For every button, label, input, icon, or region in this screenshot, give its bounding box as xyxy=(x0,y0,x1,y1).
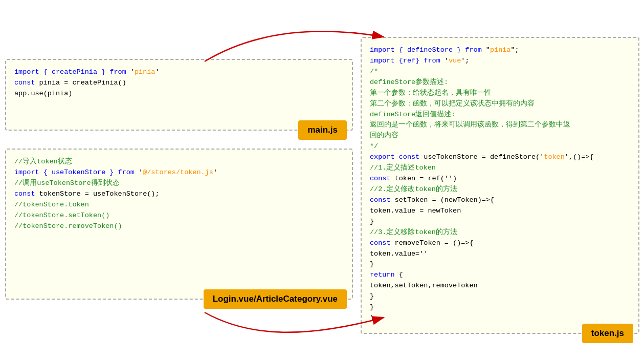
code-token: //调用useTokenStore得到状态 xyxy=(14,179,120,187)
code-line: 第二个参数：函数，可以把定义该状态中拥有的内容 xyxy=(370,99,630,110)
code-token: } xyxy=(370,260,374,268)
code-token: 回的内容 xyxy=(370,132,398,139)
code-token: const xyxy=(370,175,391,182)
code-token: const xyxy=(14,190,35,198)
mainjs-box: import { createPinia } from 'pinia'const… xyxy=(5,59,353,131)
code-line: //tokenStore.token xyxy=(14,200,344,210)
code-line: } xyxy=(370,259,630,270)
code-token: token = ref('') xyxy=(391,175,457,182)
code-line: import { useTokenStore } from '@/stores/… xyxy=(14,167,344,178)
code-line: defineStore返回值描述: xyxy=(370,110,630,120)
code-token: ) xyxy=(370,314,374,322)
code-token: //1.定义描述token xyxy=(370,164,436,172)
code-token: */ xyxy=(370,142,378,150)
code-token: //tokenStore.token xyxy=(14,201,89,208)
code-line: 第一个参数：给状态起名，具有唯一性 xyxy=(370,88,630,99)
code-line: return { xyxy=(370,270,630,281)
code-token: const xyxy=(14,79,35,87)
code-token: import { createPinia } xyxy=(14,68,109,76)
code-token: from xyxy=(109,68,126,76)
code-token: export xyxy=(370,153,395,161)
code-line: } xyxy=(370,291,630,302)
code-token: " xyxy=(482,46,490,54)
code-line: const removeToken = ()=>{ xyxy=(370,238,630,249)
mainjs-code: import { createPinia } from 'pinia'const… xyxy=(14,67,344,99)
tokenjs-box: import { defineStore } from "pinia";impo… xyxy=(361,37,639,334)
loginvue-code: //导入token状态import { useTokenStore } from… xyxy=(14,157,344,231)
code-token: ' xyxy=(440,57,449,65)
code-line: //1.定义描述token xyxy=(370,163,630,174)
loginvue-label: Login.vue/ArticleCategory.vue xyxy=(204,289,347,309)
code-token: token.value='' xyxy=(370,250,428,258)
code-line: defineStore参数描述: xyxy=(370,77,630,88)
code-line: token.value='' xyxy=(370,249,630,260)
code-token: token,setToken,removeToken xyxy=(370,282,478,289)
code-line: const token = ref('') xyxy=(370,174,630,184)
code-line: } xyxy=(370,217,630,227)
code-token: 返回的是一个函数，将来可以调用该函数，得到第二个参数中返 xyxy=(370,121,570,129)
code-token: ' xyxy=(135,169,143,176)
code-token: import { defineStore } xyxy=(370,46,465,54)
code-line: /* xyxy=(370,67,630,77)
code-line: //3.定义移除token的方法 xyxy=(370,227,630,238)
code-token: } xyxy=(370,292,374,300)
code-token: return xyxy=(370,271,395,279)
code-token: 第二个参数：函数，可以把定义该状态中拥有的内容 xyxy=(370,100,535,108)
code-line: } xyxy=(370,302,630,313)
code-line: const pinia = createPinia() xyxy=(14,78,344,89)
code-line: import {ref} from 'vue'; xyxy=(370,56,630,67)
code-token: } xyxy=(370,303,374,311)
code-line: 回的内容 xyxy=(370,131,630,141)
code-token: vue xyxy=(449,57,461,65)
code-line: //2.定义修改token的方法 xyxy=(370,184,630,195)
code-token: //2.定义修改token的方法 xyxy=(370,185,457,193)
code-token: '; xyxy=(461,57,469,65)
code-token: pinia xyxy=(490,46,511,54)
code-token: 第一个参数：给状态起名，具有唯一性 xyxy=(370,89,492,97)
code-token: //tokenStore.removeToken() xyxy=(14,222,122,230)
code-token: const xyxy=(370,196,391,204)
code-token: } xyxy=(370,218,374,225)
code-token: @/stores/token.js xyxy=(143,169,213,176)
code-token: //导入token状态 xyxy=(14,158,72,165)
mainjs-label: main.js xyxy=(298,120,347,140)
code-token: const xyxy=(370,239,391,247)
code-token: )=>{ xyxy=(577,153,593,161)
code-token: pinia = createPinia() xyxy=(35,79,126,87)
code-token: pinia xyxy=(135,68,156,76)
code-token: "; xyxy=(510,46,519,54)
code-token: ' xyxy=(155,68,159,76)
code-token: ',( xyxy=(565,153,577,161)
code-line: export const useTokenStore = defineStore… xyxy=(370,152,630,163)
code-token: tokenStore = useTokenStore(); xyxy=(35,190,160,198)
code-token: const xyxy=(399,153,420,161)
code-line: app.use(pinia) xyxy=(14,89,344,99)
code-token: defineStore返回值描述: xyxy=(370,111,455,118)
code-line: //导入token状态 xyxy=(14,157,344,167)
code-line: token,setToken,removeToken xyxy=(370,281,630,291)
code-token: import { useTokenStore } xyxy=(14,169,118,176)
code-line: //tokenStore.setToken() xyxy=(14,210,344,221)
tokenjs-label: token.js xyxy=(582,324,633,343)
code-token: useTokenStore = defineStore(' xyxy=(419,153,544,161)
code-line: import { defineStore } from "pinia"; xyxy=(370,45,630,56)
code-token: /* xyxy=(370,68,378,75)
code-token: setToken = (newToken)=>{ xyxy=(391,196,495,204)
code-token: //3.定义移除token的方法 xyxy=(370,228,457,236)
code-token: ' xyxy=(213,169,217,176)
code-token xyxy=(395,153,399,161)
code-line: //tokenStore.removeToken() xyxy=(14,221,344,232)
loginvue-box: //导入token状态import { useTokenStore } from… xyxy=(5,149,353,300)
tokenjs-code: import { defineStore } from "pinia";impo… xyxy=(370,45,630,324)
code-line: ) xyxy=(370,313,630,324)
code-token: removeToken = ()=>{ xyxy=(391,239,474,247)
code-line: const tokenStore = useTokenStore(); xyxy=(14,189,344,200)
code-token: { xyxy=(395,271,403,279)
code-line: 返回的是一个函数，将来可以调用该函数，得到第二个参数中返 xyxy=(370,120,630,131)
code-token: ' xyxy=(126,68,135,76)
code-token: import {ref} xyxy=(370,57,424,65)
code-token: token xyxy=(544,153,565,161)
code-line: import { createPinia } from 'pinia' xyxy=(14,67,344,78)
code-line: const setToken = (newToken)=>{ xyxy=(370,195,630,206)
code-line: //调用useTokenStore得到状态 xyxy=(14,178,344,189)
